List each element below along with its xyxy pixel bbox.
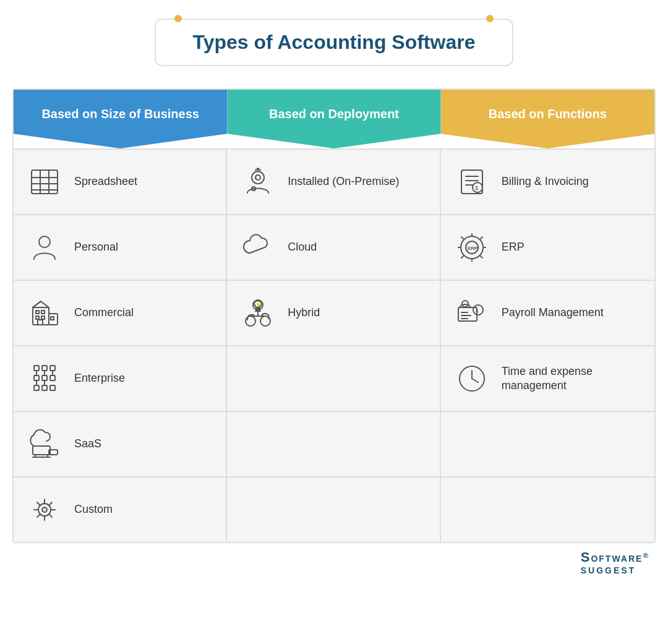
- header-cell-size: Based on Size of Business: [14, 90, 227, 148]
- data-cell-2-2: $ Payroll Management: [441, 281, 654, 345]
- data-row-3: Enterprise Time and expense management: [14, 345, 654, 411]
- svg-text:$: $: [476, 308, 479, 314]
- spreadsheet-icon: [26, 163, 63, 200]
- svg-text:ERP: ERP: [468, 246, 478, 251]
- data-row-0: Spreadsheet $ Installed (On-Premise) $ B…: [14, 148, 654, 214]
- saas-icon: [26, 426, 63, 463]
- svg-rect-73: [33, 446, 50, 455]
- svg-rect-33: [36, 316, 39, 319]
- svg-text:$: $: [255, 176, 257, 179]
- installed-icon: $: [239, 163, 276, 200]
- branding: Software® Suggest: [581, 549, 649, 575]
- data-cell-1-0: Personal: [14, 215, 227, 280]
- data-cell-0-0: Spreadsheet: [14, 150, 227, 214]
- cell-label: SaaS: [74, 437, 101, 451]
- svg-rect-63: [42, 385, 47, 390]
- svg-rect-56: [34, 366, 39, 371]
- billing-icon: $: [453, 163, 490, 200]
- personal-icon: [26, 229, 63, 266]
- data-cell-2-1: 💡 Hybrid: [227, 281, 440, 345]
- cell-label: Payroll Management: [502, 306, 604, 320]
- hybrid-icon: 💡: [239, 294, 276, 332]
- svg-rect-36: [51, 317, 54, 320]
- svg-rect-32: [41, 311, 45, 314]
- data-row-2: Commercial 💡 Hybrid $ Payroll Management: [14, 280, 654, 345]
- data-cell-0-2: $ Billing & Invoicing: [441, 150, 654, 214]
- data-cell-4-0: SaaS: [14, 412, 227, 476]
- svg-line-24: [461, 237, 463, 239]
- svg-line-25: [481, 256, 482, 258]
- payroll-icon: $: [453, 294, 490, 332]
- data-rows: Spreadsheet $ Installed (On-Premise) $ B…: [14, 148, 654, 542]
- svg-line-26: [481, 237, 482, 239]
- svg-rect-34: [41, 316, 45, 319]
- svg-point-16: [39, 236, 50, 247]
- svg-rect-10: [461, 170, 482, 194]
- data-cell-4-2: [441, 412, 654, 476]
- cell-label: Commercial: [74, 306, 134, 320]
- data-cell-1-2: ERP ERP: [441, 215, 654, 280]
- svg-rect-61: [50, 376, 55, 380]
- svg-rect-58: [50, 366, 55, 371]
- svg-rect-31: [36, 311, 39, 314]
- svg-line-72: [472, 379, 478, 382]
- data-cell-5-2: [441, 478, 654, 542]
- data-row-4: SaaS: [14, 411, 654, 476]
- time-icon: [453, 360, 490, 397]
- cell-label: Billing & Invoicing: [502, 174, 589, 189]
- svg-rect-35: [38, 320, 43, 325]
- erp-icon: ERP: [453, 229, 490, 266]
- cell-label: Custom: [74, 502, 113, 517]
- data-row-1: Personal Cloud ERP ERP: [14, 214, 654, 280]
- title-box: Types of Accounting Software: [155, 19, 514, 66]
- svg-rect-62: [34, 385, 39, 390]
- data-cell-5-1: [227, 478, 440, 542]
- data-cell-3-2: Time and expense management: [441, 346, 654, 411]
- custom-icon: [26, 491, 63, 528]
- cell-label: Enterprise: [74, 371, 125, 385]
- cell-label: Spreadsheet: [74, 174, 137, 189]
- svg-point-79: [42, 507, 47, 512]
- cloud-icon: [239, 229, 276, 266]
- cell-label: ERP: [502, 240, 525, 254]
- svg-text:$: $: [475, 185, 478, 191]
- enterprise-icon: [26, 360, 63, 397]
- data-cell-1-1: Cloud: [227, 215, 440, 280]
- svg-line-27: [461, 256, 463, 258]
- page-title: Types of Accounting Software: [193, 31, 476, 53]
- main-table: Based on Size of Business Based on Deplo…: [12, 88, 656, 543]
- svg-rect-59: [34, 376, 39, 380]
- data-cell-3-1: [227, 346, 440, 411]
- svg-point-6: [252, 171, 264, 184]
- data-cell-0-1: $ Installed (On-Premise): [227, 150, 440, 214]
- cell-label: Cloud: [288, 240, 317, 254]
- svg-rect-60: [42, 376, 47, 380]
- data-cell-4-1: [227, 412, 440, 476]
- svg-rect-64: [50, 385, 55, 390]
- commercial-icon: [26, 294, 63, 332]
- header-cell-deployment: Based on Deployment: [227, 90, 440, 148]
- svg-rect-57: [42, 366, 47, 371]
- cell-label: Hybrid: [288, 306, 320, 320]
- cell-label: Time and expense management: [502, 364, 642, 393]
- data-cell-2-0: Commercial: [14, 281, 227, 345]
- header-cell-functions: Based on Functions: [441, 90, 654, 148]
- data-cell-3-0: Enterprise: [14, 346, 227, 411]
- cell-label: Personal: [74, 240, 118, 254]
- data-row-5: Custom: [14, 476, 654, 542]
- cell-label: Installed (On-Premise): [288, 174, 399, 189]
- data-cell-5-0: Custom: [14, 478, 227, 542]
- header-row: Based on Size of Business Based on Deplo…: [14, 90, 654, 148]
